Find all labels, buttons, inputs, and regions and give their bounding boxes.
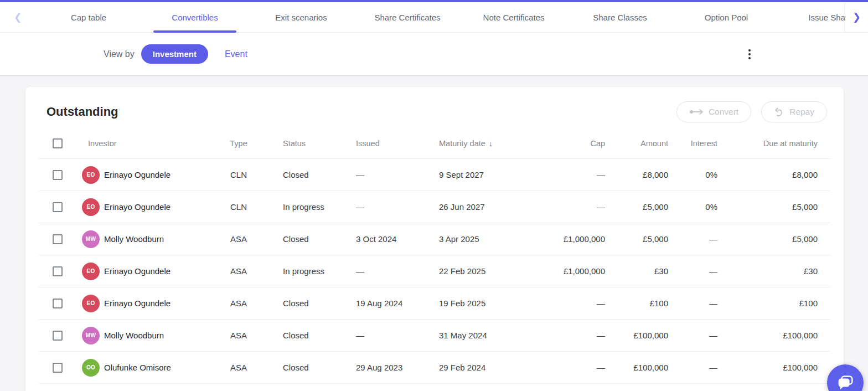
status-cell: Closed [269, 363, 356, 372]
type-cell: ASA [208, 266, 269, 276]
col-header-investor[interactable]: Investor [78, 139, 208, 148]
row-checkbox[interactable] [53, 234, 63, 244]
maturity-cell: 3 Apr 2025 [439, 234, 522, 244]
investor-avatar: OO [82, 359, 100, 377]
interest-cell: — [668, 234, 717, 244]
tab-note-certificates[interactable]: Note Certificates [461, 2, 567, 32]
status-cell: Closed [269, 299, 356, 308]
amount-cell: £100,000 [605, 331, 668, 340]
repay-undo-icon [774, 107, 784, 117]
investor-name: Erinayo Ogundele [104, 299, 170, 308]
table-row[interactable]: EO Erinayo Ogundele ASA In progress — 22… [39, 255, 830, 287]
tab-convertibles[interactable]: Convertibles [142, 2, 248, 32]
due-cell: £100,000 [717, 331, 818, 340]
type-cell: CLN [208, 202, 269, 212]
tab-exit-scenarios[interactable]: Exit scenarios [248, 2, 354, 32]
issued-cell: — [356, 170, 439, 179]
interest-cell: 0% [668, 170, 717, 179]
table-row[interactable]: EO Erinayo Ogundele CLN Closed — 9 Sept … [39, 159, 830, 191]
issued-cell: — [356, 202, 439, 212]
investor-avatar: MW [82, 230, 100, 248]
due-cell: £100 [717, 299, 818, 308]
row-checkbox[interactable] [53, 202, 63, 212]
amount-cell: £5,000 [605, 202, 668, 212]
investor-avatar: EO [82, 295, 100, 312]
row-checkbox[interactable] [53, 331, 63, 341]
interest-cell: 0% [668, 202, 717, 212]
maturity-cell: 22 Feb 2025 [439, 266, 522, 276]
row-checkbox[interactable] [53, 299, 63, 308]
maturity-cell: 9 Sept 2027 [439, 170, 522, 179]
status-cell: In progress [269, 202, 356, 212]
repay-button-label: Repay [789, 107, 814, 117]
due-cell: £100,000 [717, 363, 818, 372]
col-header-due[interactable]: Due at maturity [717, 139, 818, 148]
tab-cap-table[interactable]: Cap table [35, 2, 142, 32]
tab-option-pool[interactable]: Option Pool [673, 2, 779, 32]
investor-avatar: EO [82, 263, 100, 280]
view-by-label: View by [104, 49, 135, 59]
amount-cell: £100 [605, 299, 668, 308]
issued-cell: — [356, 266, 439, 276]
outstanding-card: Outstanding Convert Repay Inve [25, 87, 844, 391]
maturity-cell: 29 Feb 2024 [439, 363, 522, 372]
row-checkbox[interactable] [53, 266, 63, 276]
convert-arrow-icon [689, 109, 704, 115]
maturity-cell: 26 Jun 2027 [439, 202, 522, 212]
view-by-event-toggle[interactable]: Event [225, 49, 247, 59]
repay-button[interactable]: Repay [761, 101, 827, 122]
view-by-investment-toggle[interactable]: Investment [141, 44, 208, 64]
investor-name: Erinayo Ogundele [104, 266, 170, 276]
card-title: Outstanding [46, 105, 118, 119]
table-row[interactable]: EO Erinayo Ogundele CLN In progress — 26… [39, 191, 830, 223]
amount-cell: £30 [605, 266, 668, 276]
view-by-bar: View by Investment Event [0, 33, 868, 76]
status-cell: In progress [269, 266, 356, 276]
issued-cell: 19 Aug 2024 [356, 299, 439, 308]
sort-descending-icon[interactable]: ↓ [489, 138, 493, 148]
interest-cell: — [668, 266, 717, 276]
convert-button-label: Convert [709, 107, 738, 117]
tab-share-certificates[interactable]: Share Certificates [354, 2, 461, 32]
col-header-amount[interactable]: Amount [605, 139, 668, 148]
cap-cell: — [522, 363, 605, 372]
due-cell: £5,000 [717, 234, 818, 244]
investor-name: Erinayo Ogundele [104, 202, 170, 212]
col-header-cap[interactable]: Cap [522, 139, 605, 148]
type-cell: CLN [208, 170, 269, 179]
chat-bubble-icon [835, 372, 856, 391]
table-row[interactable]: EO Erinayo Ogundele ASA Closed 19 Aug 20… [39, 287, 830, 320]
issued-cell: — [356, 331, 439, 340]
investor-name: Molly Woodburn [104, 234, 164, 244]
convert-button[interactable]: Convert [676, 101, 751, 122]
amount-cell: £100,000 [605, 363, 668, 372]
tab-share-classes[interactable]: Share Classes [567, 2, 673, 32]
table-row[interactable]: OO Olufunke Omisore ASA Closed 29 Aug 20… [39, 352, 830, 384]
status-cell: Closed [269, 170, 356, 179]
col-header-maturity[interactable]: Maturity date↓ [439, 138, 522, 148]
issued-cell: 29 Aug 2023 [356, 363, 439, 372]
investor-avatar: MW [82, 327, 100, 344]
type-cell: ASA [208, 234, 269, 244]
due-cell: £5,000 [717, 202, 818, 212]
col-header-type[interactable]: Type [208, 139, 269, 148]
cap-cell: — [522, 202, 605, 212]
cap-cell: £1,000,000 [522, 234, 605, 244]
row-checkbox[interactable] [53, 170, 63, 180]
amount-cell: £8,000 [605, 170, 668, 179]
maturity-cell: 19 Feb 2025 [439, 299, 522, 308]
col-header-status[interactable]: Status [269, 139, 356, 148]
col-header-issued[interactable]: Issued [356, 139, 439, 148]
select-all-checkbox[interactable] [53, 138, 63, 148]
chevron-left-icon[interactable]: ❮ [0, 2, 35, 32]
status-cell: Closed [269, 234, 356, 244]
table-body: EO Erinayo Ogundele CLN Closed — 9 Sept … [39, 159, 830, 384]
kebab-menu-icon[interactable] [745, 46, 754, 63]
col-header-interest[interactable]: Interest [668, 139, 717, 148]
row-checkbox[interactable] [53, 363, 63, 373]
table-row[interactable]: MW Molly Woodburn ASA Closed 3 Oct 2024 … [39, 223, 830, 255]
chevron-right-icon[interactable]: ❯ [845, 2, 868, 32]
table-row[interactable]: MW Molly Woodburn ASA Closed — 31 May 20… [39, 320, 830, 352]
convertibles-table: Investor Type Status Issued Maturity dat… [39, 128, 830, 384]
amount-cell: £5,000 [605, 234, 668, 244]
